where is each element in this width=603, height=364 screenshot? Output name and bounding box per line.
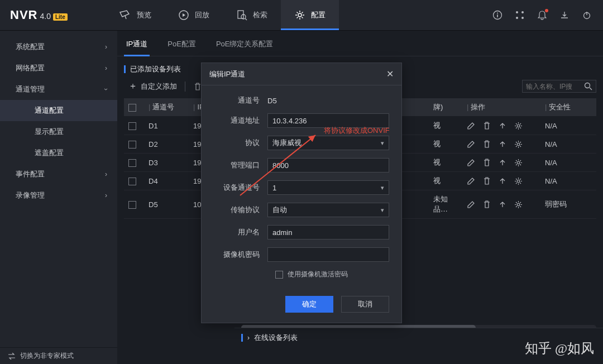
tab-ip-channel[interactable]: IP通道: [124, 39, 150, 56]
section-label: 已添加设备列表: [130, 64, 181, 74]
dev-channel-select[interactable]: 1▾: [267, 180, 389, 195]
cancel-button[interactable]: 取消: [341, 296, 389, 313]
sidebar-label: 显示配置: [35, 127, 64, 137]
search-input[interactable]: [526, 83, 582, 90]
col-ops: 操作: [471, 103, 485, 111]
delete-icon[interactable]: [483, 140, 491, 149]
svg-point-16: [517, 124, 519, 127]
search-icon[interactable]: [584, 82, 592, 90]
sidebar-item-channel[interactable]: 通道管理›: [0, 79, 117, 100]
chevron-down-icon: ▾: [381, 140, 384, 147]
settings-icon[interactable]: [514, 140, 523, 149]
online-label: 在线设备列表: [254, 333, 298, 343]
nav-config[interactable]: 配置: [281, 0, 339, 30]
settings-icon[interactable]: [514, 159, 523, 167]
chevron-right-icon: ›: [105, 43, 107, 51]
sidebar-item-display-config[interactable]: 显示配置: [0, 121, 117, 142]
select-all-checkbox[interactable]: [128, 104, 136, 112]
delete-icon[interactable]: [483, 200, 491, 209]
mode-switch[interactable]: 切换为非专家模式: [0, 347, 117, 364]
cell-brand: 未知品…: [429, 190, 462, 219]
gear-icon: [294, 9, 305, 21]
expand-icon: ›: [247, 334, 250, 342]
sidebar-item-mask-config[interactable]: 遮盖配置: [0, 142, 117, 164]
sidebar-label: 遮盖配置: [35, 148, 64, 158]
tab-poe-bind[interactable]: PoE绑定关系配置: [214, 39, 276, 56]
tab-poe-config[interactable]: PoE配置: [165, 39, 198, 56]
section-online-devices[interactable]: › 在线设备列表: [234, 328, 603, 347]
nav-search[interactable]: 检索: [223, 0, 281, 30]
sidebar-label: 事件配置: [16, 169, 45, 179]
custom-add-button[interactable]: ＋ 自定义添加: [128, 80, 177, 92]
row-checkbox[interactable]: [128, 141, 136, 149]
up-icon[interactable]: [499, 177, 506, 185]
row-checkbox[interactable]: [128, 178, 136, 185]
svg-line-15: [590, 88, 592, 90]
row-checkbox[interactable]: [128, 201, 136, 209]
dev-channel-value: 1: [272, 184, 276, 192]
svg-point-10: [516, 17, 518, 19]
settings-icon[interactable]: [514, 122, 523, 130]
ok-button[interactable]: 确定: [285, 296, 333, 313]
up-icon[interactable]: [499, 159, 506, 166]
row-checkbox[interactable]: [128, 159, 136, 167]
power-icon[interactable]: [582, 10, 592, 20]
nav-preview[interactable]: 预览: [106, 0, 165, 30]
mode-switch-label: 切换为非专家模式: [20, 351, 74, 361]
search-doc-icon: [236, 9, 247, 21]
up-icon[interactable]: [499, 200, 506, 208]
cell-security: 弱密码: [540, 190, 596, 219]
protocol-select[interactable]: 海康威视▾: [267, 136, 389, 150]
apps-icon[interactable]: [515, 10, 525, 20]
chevron-down-icon: ▾: [381, 207, 384, 214]
close-icon[interactable]: ✕: [386, 69, 394, 79]
camera-icon: [119, 10, 131, 20]
cell-channel: D4: [144, 172, 189, 190]
up-icon[interactable]: [499, 122, 506, 130]
col-channel: 通道号: [152, 103, 174, 111]
edit-icon[interactable]: [467, 140, 475, 149]
settings-icon[interactable]: [514, 177, 523, 185]
cell-channel: D3: [144, 154, 189, 172]
chevron-right-icon: ›: [105, 191, 107, 199]
sidebar-item-record[interactable]: 录像管理›: [0, 185, 117, 206]
delete-icon[interactable]: [483, 177, 491, 185]
edit-icon[interactable]: [467, 159, 475, 167]
edit-icon[interactable]: [467, 122, 475, 130]
password-input[interactable]: [267, 247, 389, 262]
nav-playback[interactable]: 回放: [165, 0, 223, 30]
up-icon[interactable]: [499, 140, 506, 148]
delete-icon[interactable]: [483, 159, 491, 167]
settings-icon[interactable]: [514, 200, 523, 209]
download-icon[interactable]: [559, 10, 570, 20]
nav-config-label: 配置: [311, 10, 326, 20]
cell-brand: 视: [429, 154, 462, 172]
edit-icon[interactable]: [467, 200, 475, 209]
label-address: 通道地址: [214, 116, 267, 126]
info-icon[interactable]: [492, 10, 502, 20]
cell-brand: 视: [429, 172, 462, 190]
cell-security: N/A: [540, 117, 596, 135]
edit-icon[interactable]: [467, 177, 475, 185]
label-channel: 通道号: [214, 95, 267, 106]
svg-point-14: [585, 83, 590, 88]
port-input[interactable]: [267, 158, 389, 173]
use-activate-checkbox[interactable]: 使用摄像机激活密码: [275, 270, 389, 279]
svg-point-19: [517, 180, 519, 182]
label-password: 摄像机密码: [214, 250, 267, 260]
transport-select[interactable]: 自动▾: [267, 203, 389, 217]
chevron-right-icon: ›: [105, 170, 107, 178]
delete-icon[interactable]: [483, 122, 491, 130]
svg-point-11: [521, 17, 524, 19]
search-box[interactable]: [522, 80, 596, 93]
sidebar-item-system[interactable]: 系统配置›: [0, 36, 117, 58]
bell-icon[interactable]: [537, 10, 547, 20]
sidebar-item-network[interactable]: 网络配置›: [0, 58, 117, 79]
address-input[interactable]: [267, 113, 389, 128]
username-input[interactable]: [267, 225, 389, 240]
sidebar-item-event[interactable]: 事件配置›: [0, 164, 117, 185]
label-port: 管理端口: [214, 160, 267, 170]
sidebar-item-channel-config[interactable]: 通道配置: [0, 100, 117, 121]
row-checkbox[interactable]: [128, 122, 136, 130]
svg-point-17: [517, 143, 519, 145]
